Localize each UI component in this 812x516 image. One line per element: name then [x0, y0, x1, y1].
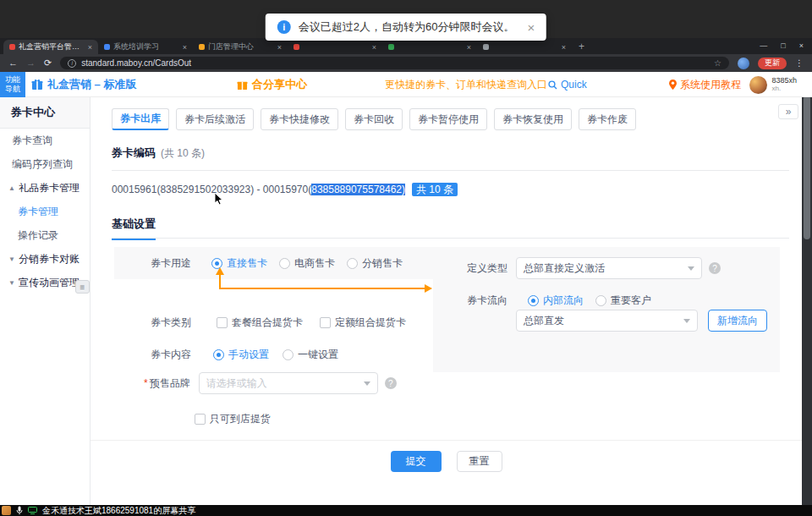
help-icon[interactable]: ?	[709, 262, 721, 274]
browser-tab[interactable]: 系统培训学习 ×	[98, 40, 193, 54]
sidebar-item-label: 券卡管理	[18, 205, 58, 219]
tab-card-suspend[interactable]: 券卡暂停使用	[409, 108, 487, 130]
selected-code-text: 8385889075578462)	[311, 184, 405, 195]
scrollbar-thumb[interactable]	[804, 96, 810, 239]
code-text: 00015961(8385291502033923) - 00015970(	[112, 184, 311, 195]
new-tab-button[interactable]: +	[579, 41, 584, 52]
browser-menu-icon[interactable]: ⋮	[795, 58, 804, 68]
favicon-icon	[388, 44, 394, 50]
user-subname: xh.	[771, 85, 797, 93]
sidebar-item-card-management[interactable]: 券卡管理	[0, 200, 90, 223]
mouse-cursor-icon	[214, 192, 224, 206]
favicon-icon	[294, 44, 299, 50]
define-type-select[interactable]: 总部直接定义激活	[516, 257, 702, 279]
divider	[112, 238, 789, 239]
back-icon[interactable]: ←	[8, 58, 18, 68]
presale-brand-select[interactable]: 请选择或输入	[199, 372, 378, 394]
card-use-panel: 券卡用途 直接售卡 电商售卡 分销售卡	[114, 247, 433, 279]
radio-direct-sale[interactable]: 直接售卡	[211, 256, 267, 271]
checkbox-package-combo-card[interactable]: 套餐组合提货卡	[217, 316, 303, 330]
minimize-button[interactable]: —	[760, 41, 767, 50]
add-flow-button[interactable]: 新增流向	[708, 310, 767, 332]
sidebar-collapse-handle[interactable]: ≡	[75, 280, 90, 294]
collapse-panel-button[interactable]: »	[778, 104, 798, 119]
browser-profile-icon[interactable]	[738, 58, 749, 69]
brand-logo[interactable]: 礼盒营销 – 标准版	[31, 72, 136, 97]
radio-distribution-sale[interactable]: 分销售卡	[347, 256, 403, 271]
browser-tab[interactable]: ×	[288, 40, 382, 54]
tab-card-void[interactable]: 券卡作废	[579, 108, 636, 130]
bookmark-star-icon[interactable]: ☆	[714, 58, 721, 68]
sidebar-item-code-sequence-search[interactable]: 编码序列查询	[0, 152, 90, 176]
sidebar-group-gift-card-management[interactable]: ▲ 礼品券卡管理	[0, 176, 90, 200]
browser-tab[interactable]: 门店管理中心 ×	[193, 40, 288, 54]
reset-button[interactable]: 重置	[457, 451, 502, 472]
browser-tab[interactable]: ×	[382, 40, 477, 54]
url-bar[interactable]: i standard.maboy.cn/CardsOut ☆	[60, 57, 729, 69]
user-account[interactable]: 8385xh xh.	[749, 72, 797, 97]
browser-tab[interactable]: ×	[477, 40, 572, 54]
maximize-button[interactable]: □	[781, 41, 785, 50]
tab-card-recycle[interactable]: 券卡回收	[345, 108, 403, 130]
card-type-row: 券卡类别 套餐组合提货卡 定额组合提货卡	[151, 316, 406, 330]
flow-select[interactable]: 总部直发	[516, 310, 698, 332]
field-label: 预售品牌	[150, 376, 190, 391]
field-label: 券卡类别	[151, 316, 191, 330]
field-label: 券卡用途	[151, 256, 191, 271]
microphone-icon	[16, 506, 23, 515]
info-icon: i	[277, 20, 291, 34]
window-controls: — □ ×	[760, 38, 804, 52]
url-text: standard.maboy.cn/CardsOut	[81, 58, 709, 68]
help-icon[interactable]: ?	[385, 377, 397, 389]
sidebar-item-label: 券卡查询	[12, 134, 52, 148]
site-info-icon[interactable]: i	[68, 59, 76, 68]
quick-search-link[interactable]: Quick	[548, 72, 587, 97]
radio-manual-setting[interactable]: 手动设置	[213, 348, 269, 362]
select-placeholder: 请选择或输入	[206, 376, 267, 391]
nav-box-line1: 功能	[5, 75, 20, 85]
toast-close-icon[interactable]: ×	[527, 20, 535, 35]
radio-one-key-setting[interactable]: 一键设置	[283, 348, 338, 362]
share-center-link[interactable]: 合分享中心	[237, 72, 307, 97]
app-header: 功能 导航 礼盒营销 – 标准版 合分享中心 更快捷的券卡、订单和快递查询入口	[0, 72, 812, 97]
window-close-button[interactable]: ×	[799, 41, 804, 50]
tab-title: 系统培训学习	[113, 41, 179, 52]
browser-tab-active[interactable]: 礼盒营销平台管理中心 ×	[3, 40, 98, 54]
reload-icon[interactable]: ⟳	[44, 58, 52, 68]
function-nav-button[interactable]: 功能 导航	[0, 72, 25, 97]
sidebar-item-card-search[interactable]: 券卡查询	[0, 129, 90, 152]
main-content: 券卡出库 券卡后续激活 券卡快捷修改 券卡回收 券卡暂停使用 券卡恢复使用 券卡…	[91, 97, 802, 505]
tab-close-icon[interactable]: ×	[372, 43, 376, 52]
tutorial-link[interactable]: 系统使用教程	[669, 72, 741, 97]
tab-card-restore[interactable]: 券卡恢复使用	[494, 108, 572, 130]
search-icon	[548, 80, 557, 90]
tab-card-outbound[interactable]: 券卡出库	[112, 108, 169, 130]
tab-title: 门店管理中心	[208, 41, 274, 52]
forward-icon[interactable]: →	[26, 58, 36, 68]
checkbox-icon	[217, 317, 228, 328]
favicon-icon	[104, 44, 110, 50]
divider	[91, 440, 802, 441]
tab-close-icon[interactable]: ×	[183, 43, 187, 52]
radio-ecommerce-sale[interactable]: 电商售卡	[279, 256, 335, 271]
chevron-down-icon	[688, 266, 694, 271]
tab-close-icon[interactable]: ×	[277, 43, 282, 52]
checkbox-store-pickup-only[interactable]: 只可到店提货	[195, 412, 271, 426]
tab-card-quick-modify[interactable]: 券卡快捷修改	[261, 108, 338, 130]
update-button[interactable]: 更新	[758, 58, 787, 69]
tab-close-icon[interactable]: ×	[467, 43, 471, 52]
radio-important-customer[interactable]: 重要客户	[595, 294, 651, 308]
sidebar-group-distribution-reconciliation[interactable]: ▼ 分销券卡对账	[0, 247, 90, 271]
checkbox-fixed-combo-card[interactable]: 定额组合提货卡	[320, 316, 406, 330]
tab-close-icon[interactable]: ×	[562, 43, 566, 52]
sidebar-item-operation-records[interactable]: 操作记录	[0, 223, 90, 247]
checkbox-icon	[320, 317, 331, 328]
tab-close-icon[interactable]: ×	[88, 43, 92, 52]
submit-button[interactable]: 提交	[391, 451, 442, 472]
promo-text: 更快捷的券卡、订单和快递查询入口	[385, 72, 547, 97]
radio-internal-flow[interactable]: 内部流向	[528, 294, 584, 308]
sidebar-item-label: 礼品券卡管理	[19, 181, 80, 195]
scrollbar-track[interactable]	[802, 72, 812, 505]
favicon-icon	[199, 44, 205, 50]
tab-card-follow-activate[interactable]: 券卡后续激活	[176, 108, 254, 130]
